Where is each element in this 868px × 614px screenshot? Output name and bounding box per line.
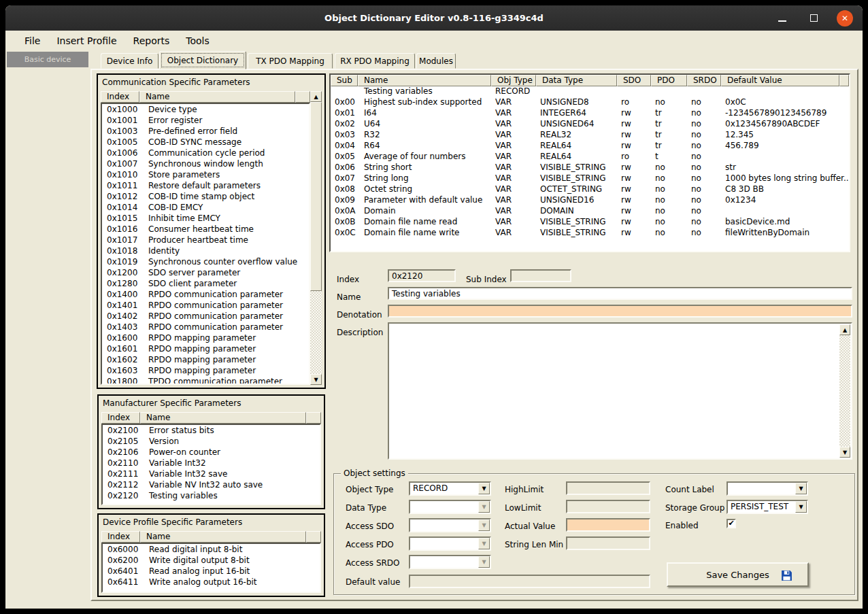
column-header-name[interactable]: Name	[140, 412, 306, 424]
data-type-select[interactable]: ▼	[409, 500, 491, 514]
list-item[interactable]: 0x1400 RPDO communication parameter	[102, 290, 309, 301]
scrollbar-thumb[interactable]	[310, 102, 322, 291]
list-item[interactable]: 0x1800 TPDO communication parameter	[102, 377, 309, 385]
list-item[interactable]: 0x1001 Error register	[102, 116, 309, 126]
chevron-down-icon[interactable]: ▼	[795, 501, 807, 513]
list-item[interactable]: 0x1016 Consumer heartbeat time	[102, 224, 309, 235]
actual-value-field[interactable]	[566, 518, 650, 532]
chevron-down-icon[interactable]: ▼	[795, 483, 807, 494]
table-row[interactable]: 0x02 U64 VAR UNSIGNED64 rw tr no 0x12345…	[331, 119, 849, 130]
list-item[interactable]: 0x1010 Store parameters	[102, 170, 309, 181]
description-scrollbar[interactable]: ▲ ▼	[839, 324, 850, 458]
list-item[interactable]: 0x1402 RPDO communication parameter	[102, 311, 309, 322]
list-item[interactable]: 0x6200 Write digital output 8-bit	[103, 556, 320, 566]
list-item[interactable]: 0x1015 Inhibit time EMCY	[102, 214, 309, 224]
high-limit-field[interactable]	[566, 481, 650, 495]
table-row[interactable]: 0x00 Highest sub-index supported VAR UNS…	[331, 97, 849, 108]
list-item[interactable]: 0x1012 COB-ID time stamp object	[102, 192, 309, 203]
access-srdo-select[interactable]: ▼	[409, 555, 491, 569]
scroll-up-icon[interactable]: ▲	[310, 91, 322, 102]
communication-list-scrollbar[interactable]: ▲ ▼	[310, 91, 322, 385]
list-item[interactable]: 0x2111 Variable Int32 save	[103, 469, 320, 480]
list-item[interactable]: 0x1401 RPDO communication parameter	[102, 301, 309, 311]
list-item[interactable]: 0x1000 Device type	[102, 105, 309, 116]
list-item[interactable]: 0x1601 RPDO mapping parameter	[102, 344, 309, 355]
list-item[interactable]: 0x1602 RPDO mapping parameter	[102, 355, 309, 366]
table-row[interactable]: 0x03 R32 VAR REAL32 rw tr no 12.345	[331, 130, 849, 141]
chevron-down-icon[interactable]: ▼	[478, 483, 490, 494]
list-item[interactable]: 0x1007 Synchronous window length	[102, 159, 309, 170]
list-item[interactable]: 0x6401 Read analog input 16-bit	[103, 566, 320, 577]
column-header-pdo[interactable]: PDO	[651, 75, 687, 86]
table-row[interactable]: 0x04 R64 VAR REAL64 rw tr no 456.789	[331, 141, 849, 152]
table-row[interactable]: 0x0C Domain file name write VAR VISIBLE_…	[331, 228, 849, 239]
table-row[interactable]: 0x0B Domain file name read VAR VISIBLE_S…	[331, 217, 849, 228]
scroll-down-icon[interactable]: ▼	[839, 447, 850, 458]
list-item[interactable]: 0x6411 Write analog output 16-bit	[103, 577, 320, 588]
default-value-field[interactable]	[409, 575, 650, 588]
column-header-index[interactable]: Index	[101, 412, 140, 424]
scrollbar-track[interactable]	[839, 335, 850, 447]
list-item[interactable]: 0x6000 Read digital input 8-bit	[103, 545, 320, 556]
sub-index-field[interactable]	[510, 269, 571, 282]
count-label-select[interactable]: ▼	[727, 481, 808, 496]
maximize-button[interactable]	[805, 10, 822, 27]
close-button[interactable]: ✕	[837, 10, 853, 27]
list-item[interactable]: 0x1018 Identity	[102, 246, 309, 257]
list-item[interactable]: 0x1200 SDO server parameter	[102, 268, 309, 279]
list-item[interactable]: 0x1403 RPDO communication parameter	[102, 322, 309, 333]
name-field[interactable]: Testing variables	[388, 287, 852, 300]
column-header-name[interactable]: Name	[140, 531, 306, 543]
list-item[interactable]: 0x2100 Error status bits	[103, 426, 320, 437]
list-item[interactable]: 0x1280 SDO client parameter	[102, 279, 309, 290]
menu-tools[interactable]: Tools	[178, 33, 218, 49]
menu-insert-profile[interactable]: Insert Profile	[48, 33, 124, 49]
index-field[interactable]: 0x2120	[388, 269, 456, 282]
menu-file[interactable]: File	[16, 33, 48, 49]
list-item[interactable]: 0x1603 RPDO mapping parameter	[102, 366, 309, 377]
list-item[interactable]: 0x2112 Variable NV Int32 auto save	[103, 480, 320, 491]
table-row[interactable]: 0x05 Average of four numbers VAR REAL64 …	[331, 152, 849, 163]
column-header-srdo[interactable]: SRDO	[687, 75, 721, 86]
tab-object-dictionary[interactable]: Object Dictionary	[159, 51, 246, 69]
object-type-select[interactable]: RECORD ▼	[409, 481, 491, 496]
list-item[interactable]: 0x2105 Version	[103, 437, 320, 447]
list-item[interactable]: 0x1005 COB-ID SYNC message	[102, 137, 309, 148]
table-row[interactable]: 0x01 I64 VAR INTEGER64 rw tr no -1234567…	[331, 108, 849, 119]
scroll-up-icon[interactable]: ▲	[839, 324, 850, 335]
description-textarea[interactable]: ▲ ▼	[388, 322, 852, 460]
column-header-sdo[interactable]: SDO	[617, 75, 651, 86]
list-item[interactable]: 0x1006 Communication cycle period	[102, 148, 309, 159]
column-header-default-value[interactable]: Default Value	[721, 75, 839, 86]
column-header-name[interactable]: Name	[358, 75, 491, 86]
column-header-obj-type[interactable]: Obj Type	[491, 75, 536, 86]
list-item[interactable]: 0x1014 COB-ID EMCY	[102, 203, 309, 214]
column-header-index[interactable]: Index	[101, 91, 139, 103]
access-pdo-select[interactable]: ▼	[409, 536, 491, 551]
list-item[interactable]: 0x1003 Pre-defined error field	[102, 126, 309, 137]
list-item[interactable]: 0x1011 Restore default parameters	[102, 181, 309, 192]
table-row[interactable]: 0x0A Domain VAR DOMAIN rw no no	[331, 206, 849, 217]
minimize-button[interactable]	[774, 10, 790, 27]
sidebar-item-basic-device[interactable]: Basic device	[7, 52, 88, 67]
tab-device-info[interactable]: Device Info	[101, 53, 158, 69]
save-changes-button[interactable]: Save Changes	[667, 562, 809, 587]
tab-tx-pdo-mapping[interactable]: TX PDO Mapping	[248, 53, 333, 69]
scroll-down-icon[interactable]: ▼	[310, 374, 322, 385]
column-header-data-type[interactable]: Data Type	[536, 75, 617, 86]
table-row[interactable]: 0x07 String long VAR VISIBLE_STRING rw n…	[331, 173, 849, 184]
access-sdo-select[interactable]: ▼	[409, 518, 491, 532]
table-row[interactable]: Testing variables RECORD	[331, 86, 849, 97]
list-item[interactable]: 0x2110 Variable Int32	[103, 458, 320, 469]
list-item[interactable]: 0x2120 Testing variables	[103, 491, 320, 502]
tab-modules[interactable]: Modules	[416, 53, 456, 69]
table-row[interactable]: 0x09 Parameter with default value VAR UN…	[331, 195, 849, 206]
denotation-field[interactable]	[388, 305, 852, 318]
list-item[interactable]: 0x1600 RPDO mapping parameter	[102, 333, 309, 344]
menu-reports[interactable]: Reports	[125, 33, 178, 49]
low-limit-field[interactable]	[566, 500, 650, 513]
title-bar[interactable]: Object Dictionary Editor v0.8-116-g3349c…	[5, 5, 863, 31]
enabled-checkbox[interactable]: ✔	[727, 519, 736, 528]
string-len-min-field[interactable]	[566, 536, 650, 550]
list-item[interactable]: 0x2106 Power-on counter	[103, 447, 320, 458]
